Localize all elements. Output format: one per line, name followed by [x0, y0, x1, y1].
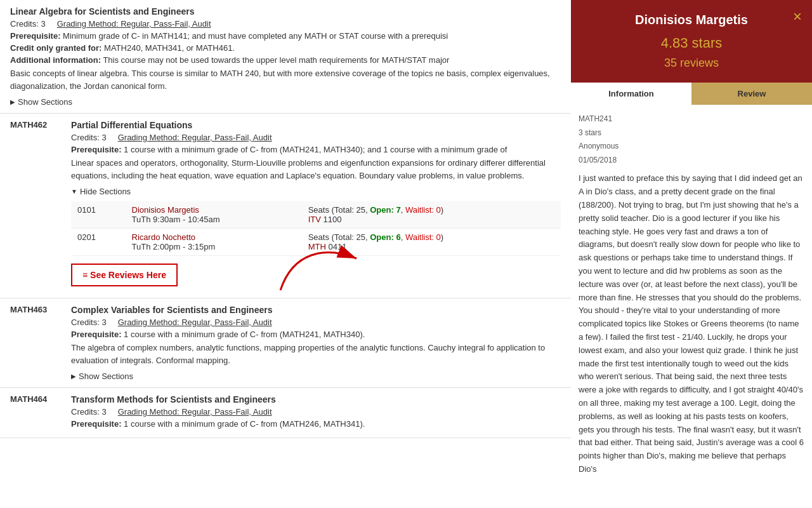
course-desc: Linear spaces and operators, orthogonali…	[71, 157, 561, 182]
section-instructor-cell: Ricardo Nochetto TuTh 2:00pm - 3:15pm	[126, 229, 302, 256]
building-link[interactable]: MTH	[308, 242, 326, 251]
course-credits: Credits: 3 Grading Method: Regular, Pass…	[71, 318, 561, 327]
hide-sections-label: Hide Sections	[80, 187, 131, 196]
course-title: Linear Algebra for Scientists and Engine…	[10, 6, 561, 17]
course-item-math462: MATH462 Partial Differential Equations C…	[0, 114, 571, 298]
review-panel: MATH241 3 stars Anonymous 01/05/2018 I j…	[571, 105, 812, 508]
professor-name: Dionisios Margetis	[584, 13, 799, 27]
course-title: Transform Methods for Scientists and Eng…	[71, 394, 561, 404]
course-list: Linear Algebra for Scientists and Engine…	[0, 0, 571, 508]
course-prereq: Prerequisite: Minimum grade of C- in MAT…	[10, 31, 561, 41]
course-id: MATH464	[10, 394, 61, 404]
show-sections-label: Show Sections	[18, 97, 72, 107]
show-sections-button-2[interactable]: ▶ Show Sections	[71, 371, 133, 381]
course-credits: Credits: 3 Grading Method: Regular, Pass…	[71, 133, 561, 142]
building-link[interactable]: ITV	[308, 215, 321, 224]
review-text: I just wanted to preface this by saying …	[579, 172, 804, 476]
hide-sections-button[interactable]: ▼ Hide Sections	[71, 187, 131, 196]
close-button[interactable]: ×	[793, 8, 802, 25]
professor-reviews: 35 reviews	[584, 57, 799, 70]
course-prereq: Prerequisite: 1 course with a minimum gr…	[71, 145, 561, 154]
tab-review[interactable]: Review	[691, 83, 812, 105]
course-prereq: Prerequisite: 1 course with a minimum gr…	[71, 330, 561, 339]
professor-panel: × Dionisios Margetis 4.83 stars 35 revie…	[571, 0, 812, 508]
course-title: Complex Variables for Scientists and Eng…	[71, 305, 561, 315]
course-credit-granted: Credit only granted for: MATH240, MATH34…	[10, 43, 561, 53]
section-seats: Seats (Total: 25, Open: 6, Waitlist: 0) …	[302, 229, 561, 256]
course-id: MATH463	[10, 305, 61, 314]
course-desc: Basic concepts of linear algebra. This c…	[10, 67, 561, 92]
show-sections-button-0[interactable]: ▶ Show Sections	[10, 97, 72, 107]
arrow-icon: ▶	[10, 98, 15, 105]
arrow-down-icon: ▼	[71, 188, 77, 195]
course-item-math464: MATH464 Transform Methods for Scientists…	[0, 388, 571, 438]
course-item-math463: MATH463 Complex Variables for Scientists…	[0, 298, 571, 388]
grading-link[interactable]: Grading Method: Regular, Pass-Fail, Audi…	[118, 318, 272, 327]
instructor-link[interactable]: Ricardo Nochetto	[132, 232, 195, 242]
course-title: Partial Differential Equations	[71, 120, 561, 130]
grading-link[interactable]: Grading Method: Regular, Pass-Fail, Audi…	[118, 407, 272, 417]
professor-tabs: Information Review	[571, 83, 812, 105]
table-row: 0101 Dionisios Margetis TuTh 9:30am - 10…	[71, 201, 561, 229]
see-reviews-button[interactable]: ≡ See Reviews Here	[71, 264, 178, 286]
sections-wrapper: ▼ Hide Sections 0101 Dionisios Margetis …	[71, 187, 561, 291]
course-prereq: Prerequisite: 1 course with a minimum gr…	[71, 419, 561, 429]
tab-information[interactable]: Information	[571, 83, 691, 105]
table-row: 0201 Ricardo Nochetto TuTh 2:00pm - 3:15…	[71, 229, 561, 256]
section-number: 0201	[71, 229, 126, 256]
section-seats: Seats (Total: 25, Open: 7, Waitlist: 0) …	[302, 201, 561, 229]
grading-link[interactable]: Grading Method: Regular, Pass-Fail, Audi…	[118, 133, 272, 142]
show-sections-label: Show Sections	[79, 371, 133, 381]
professor-stars: 4.83 stars	[584, 35, 799, 51]
review-meta: MATH241 3 stars Anonymous 01/05/2018	[579, 112, 804, 167]
sections-table: 0101 Dionisios Margetis TuTh 9:30am - 10…	[71, 201, 561, 256]
arrow-icon: ▶	[71, 373, 76, 380]
course-desc: The algebra of complex numbers, analytic…	[71, 342, 561, 366]
course-item-math461: Linear Algebra for Scientists and Engine…	[0, 0, 571, 114]
grading-link[interactable]: Grading Method: Regular, Pass-Fail, Audi…	[57, 19, 211, 29]
professor-header: × Dionisios Margetis 4.83 stars 35 revie…	[571, 0, 812, 83]
course-credits: Credits: 3 Grading Method: Regular, Pass…	[10, 19, 561, 29]
course-additional: Additional information: This course may …	[10, 55, 561, 65]
section-instructor-cell: Dionisios Margetis TuTh 9:30am - 10:45am	[126, 201, 302, 229]
section-number: 0101	[71, 201, 126, 229]
instructor-link[interactable]: Dionisios Margetis	[132, 205, 199, 215]
course-id: MATH462	[10, 120, 61, 130]
course-credits: Credits: 3 Grading Method: Regular, Pass…	[71, 407, 561, 417]
section-time: TuTh 9:30am - 10:45am	[132, 215, 220, 224]
section-time: TuTh 2:00pm - 3:15pm	[132, 242, 216, 251]
